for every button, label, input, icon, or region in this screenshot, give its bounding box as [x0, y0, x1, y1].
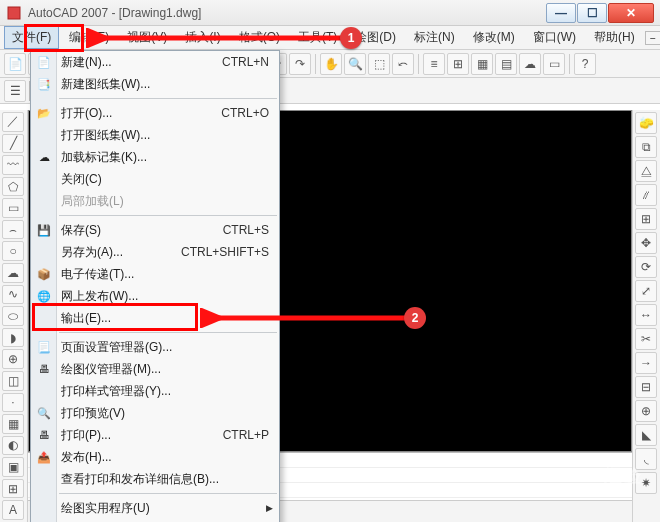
table-icon[interactable]: ⊞ — [2, 479, 24, 499]
title-bar: AutoCAD 2007 - [Drawing1.dwg] — ☐ ✕ — [0, 0, 660, 26]
save-disk-icon: 💾 — [35, 221, 53, 239]
etransmit-icon: 📦 — [35, 265, 53, 283]
sheetset-icon: 📑 — [35, 75, 53, 93]
properties-icon[interactable]: ≡ — [423, 53, 445, 75]
menu-item-utilities[interactable]: 绘图实用程序(U)▶ — [31, 497, 279, 519]
menu-item-page-setup[interactable]: 📃页面设置管理器(G)... — [31, 336, 279, 358]
menu-item-open[interactable]: 📂打开(O)...CTRL+O — [31, 102, 279, 124]
stretch-icon[interactable]: ↔ — [635, 304, 657, 326]
menu-help[interactable]: 帮助(H) — [586, 26, 643, 49]
new-doc-icon: 📄 — [35, 53, 53, 71]
scale-icon[interactable]: ⤢ — [635, 280, 657, 302]
insert-block-icon[interactable]: ⊕ — [2, 349, 24, 369]
break-icon[interactable]: ⊟ — [635, 376, 657, 398]
designcenter-icon[interactable]: ⊞ — [447, 53, 469, 75]
trim-icon[interactable]: ✂ — [635, 328, 657, 350]
publish-doc-icon: 📤 — [35, 448, 53, 466]
page-setup-icon: 📃 — [35, 338, 53, 356]
svg-rect-0 — [8, 7, 20, 19]
app-icon — [6, 5, 22, 21]
menu-item-plot-style[interactable]: 打印样式管理器(Y)... — [31, 380, 279, 402]
calc-icon[interactable]: ▭ — [543, 53, 565, 75]
menu-modify[interactable]: 修改(M) — [465, 26, 523, 49]
file-menu-dropdown: 📄新建(N)...CTRL+N 📑新建图纸集(W)... 📂打开(O)...CT… — [30, 50, 280, 522]
gradient-icon[interactable]: ◐ — [2, 436, 24, 456]
arc-icon[interactable]: ⌢ — [2, 220, 24, 240]
close-button[interactable]: ✕ — [608, 3, 654, 23]
web-icon: 🌐 — [35, 287, 53, 305]
menu-item-publish[interactable]: 📤发布(H)... — [31, 446, 279, 468]
erase-icon[interactable]: 🧽 — [635, 112, 657, 134]
new-icon[interactable]: 📄 — [4, 53, 26, 75]
menu-item-plotter-manager[interactable]: 🖶绘图仪管理器(M)... — [31, 358, 279, 380]
annotation-arrow-1 — [86, 28, 362, 48]
menu-item-open-sheetset[interactable]: 打开图纸集(W)... — [31, 124, 279, 146]
window-title: AutoCAD 2007 - [Drawing1.dwg] — [28, 6, 546, 20]
printer-icon: 🖶 — [35, 426, 53, 444]
rotate-icon[interactable]: ⟳ — [635, 256, 657, 278]
copy-obj-icon[interactable]: ⧉ — [635, 136, 657, 158]
zoom-realtime-icon[interactable]: 🔍 — [344, 53, 366, 75]
markup-icon[interactable]: ☁ — [519, 53, 541, 75]
array-icon[interactable]: ⊞ — [635, 208, 657, 230]
menu-item-new[interactable]: 📄新建(N)...CTRL+N — [31, 51, 279, 73]
ellipse-icon[interactable]: ⬭ — [2, 306, 24, 326]
xline-icon[interactable]: ╱ — [2, 134, 24, 154]
menu-item-partial-load: 局部加载(L) — [31, 190, 279, 212]
revcloud-icon[interactable]: ☁ — [2, 263, 24, 283]
help-icon[interactable]: ? — [574, 53, 596, 75]
submenu-arrow-icon: ▶ — [266, 503, 273, 513]
move-icon[interactable]: ✥ — [635, 232, 657, 254]
menu-item-print-preview[interactable]: 🔍打印预览(V) — [31, 402, 279, 424]
rectangle-icon[interactable]: ▭ — [2, 198, 24, 218]
line-icon[interactable]: ／ — [2, 112, 24, 132]
layer-manager-icon[interactable]: ☰ — [4, 80, 26, 102]
polygon-icon[interactable]: ⬠ — [2, 177, 24, 197]
annotation-arrow-2 — [200, 308, 422, 328]
maximize-button[interactable]: ☐ — [577, 3, 607, 23]
ellipse-arc-icon[interactable]: ◗ — [2, 328, 24, 348]
tool-palette-icon[interactable]: ▦ — [471, 53, 493, 75]
modify-toolbar: 🧽 ⧉ ⧋ ⫽ ⊞ ✥ ⟳ ⤢ ↔ ✂ → ⊟ ⊕ ◣ ◟ ✷ — [632, 110, 660, 522]
watermark: Baidu 经验 — [543, 464, 642, 488]
circle-icon[interactable]: ○ — [2, 241, 24, 261]
chamfer-icon[interactable]: ◣ — [635, 424, 657, 446]
mdi-minimize-button[interactable]: – — [645, 31, 660, 45]
menu-dimension[interactable]: 标注(N) — [406, 26, 463, 49]
preview-doc-icon: 🔍 — [35, 404, 53, 422]
polyline-icon[interactable]: 〰 — [2, 155, 24, 175]
zoom-prev-icon[interactable]: ⤺ — [392, 53, 414, 75]
menu-item-print[interactable]: 🖶打印(P)...CTRL+P — [31, 424, 279, 446]
mirror-icon[interactable]: ⧋ — [635, 160, 657, 182]
menu-item-new-sheetset[interactable]: 📑新建图纸集(W)... — [31, 73, 279, 95]
offset-icon[interactable]: ⫽ — [635, 184, 657, 206]
plotter-icon: 🖶 — [35, 360, 53, 378]
menu-item-publish-web[interactable]: 🌐网上发布(W)... — [31, 285, 279, 307]
point-icon[interactable]: · — [2, 393, 24, 413]
markup-load-icon: ☁ — [35, 148, 53, 166]
hatch-icon[interactable]: ▦ — [2, 414, 24, 434]
menu-file[interactable]: 文件(F) — [4, 26, 59, 49]
menu-item-save[interactable]: 💾保存(S)CTRL+S — [31, 219, 279, 241]
menu-item-close[interactable]: 关闭(C) — [31, 168, 279, 190]
open-folder-icon: 📂 — [35, 104, 53, 122]
redo-icon[interactable]: ↷ — [289, 53, 311, 75]
menu-item-publish-details[interactable]: 查看打印和发布详细信息(B)... — [31, 468, 279, 490]
menu-item-load-markup[interactable]: ☁加载标记集(K)... — [31, 146, 279, 168]
join-icon[interactable]: ⊕ — [635, 400, 657, 422]
make-block-icon[interactable]: ◫ — [2, 371, 24, 391]
zoom-window-icon[interactable]: ⬚ — [368, 53, 390, 75]
pan-icon[interactable]: ✋ — [320, 53, 342, 75]
sheetset-icon[interactable]: ▤ — [495, 53, 517, 75]
spline-icon[interactable]: ∿ — [2, 285, 24, 305]
minimize-button[interactable]: — — [546, 3, 576, 23]
menu-window[interactable]: 窗口(W) — [525, 26, 584, 49]
menu-item-etransmit[interactable]: 📦电子传递(T)... — [31, 263, 279, 285]
menu-item-saveas[interactable]: 另存为(A)...CTRL+SHIFT+S — [31, 241, 279, 263]
extend-icon[interactable]: → — [635, 352, 657, 374]
draw-toolbar: ／ ╱ 〰 ⬠ ▭ ⌢ ○ ☁ ∿ ⬭ ◗ ⊕ ◫ · ▦ ◐ ▣ ⊞ A — [0, 110, 28, 522]
region-icon[interactable]: ▣ — [2, 457, 24, 477]
mtext-icon[interactable]: A — [2, 500, 24, 520]
